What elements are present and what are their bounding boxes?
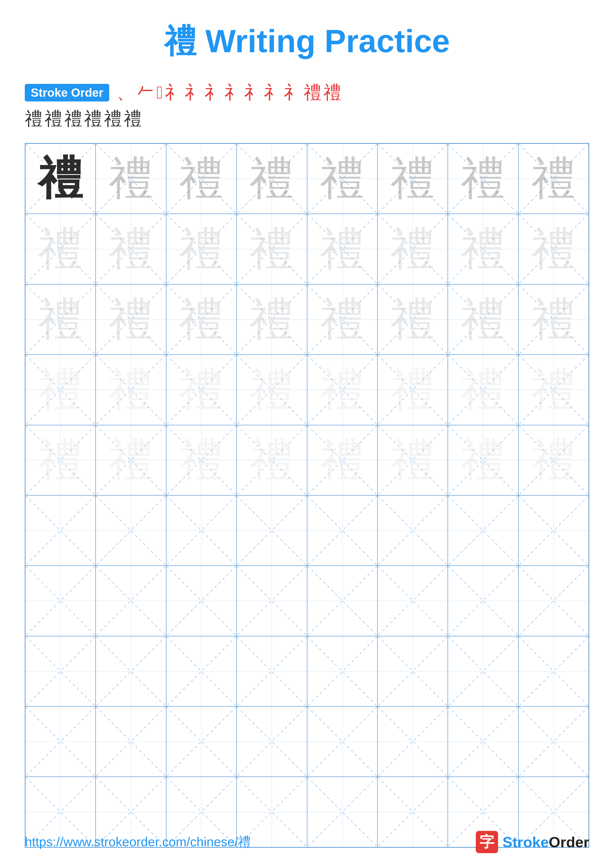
practice-char-lightest: 禮	[38, 430, 83, 490]
svg-line-96	[25, 566, 95, 636]
grid-cell-6-5	[307, 495, 378, 566]
svg-line-103	[237, 566, 307, 636]
page-title: 禮 Writing Practice	[164, 23, 450, 59]
grid-cell-8-1	[25, 636, 96, 707]
cell-diag-icon	[448, 636, 518, 706]
practice-grid: 禮 禮 禮 禮 禮 禮 禮	[25, 143, 589, 848]
svg-line-138	[378, 707, 448, 777]
practice-char-lightest: 禮	[249, 360, 294, 420]
grid-cell-9-1	[25, 707, 96, 777]
practice-char-lightest: 禮	[390, 430, 435, 490]
grid-cell-4-3: 禮	[166, 355, 236, 425]
practice-char-lightest: 禮	[109, 360, 153, 420]
practice-char-lighter: 禮	[461, 219, 505, 279]
svg-line-90	[378, 496, 448, 566]
svg-line-105	[307, 566, 377, 636]
grid-cell-7-1	[25, 566, 96, 636]
grid-cell-4-2: 禮	[96, 355, 166, 425]
cell-diag-icon	[448, 707, 518, 777]
svg-line-129	[25, 707, 95, 777]
cell-diag-icon	[237, 636, 307, 706]
cell-diag-icon	[378, 496, 448, 566]
grid-cell-5-5: 禮	[307, 425, 378, 495]
grid-cell-9-5	[307, 707, 378, 777]
grid-cell-3-7: 禮	[448, 284, 518, 355]
svg-line-102	[237, 566, 307, 636]
svg-line-131	[96, 707, 166, 777]
grid-cell-3-6: 禮	[378, 284, 448, 355]
cell-diag-icon	[96, 496, 166, 566]
cell-diag-icon	[25, 707, 95, 777]
grid-cell-7-5	[307, 566, 378, 636]
practice-char-light: 禮	[249, 149, 294, 209]
grid-cell-9-7	[448, 707, 518, 777]
grid-row-6	[25, 495, 589, 566]
grid-cell-8-5	[307, 636, 378, 707]
cell-diag-icon	[166, 707, 236, 777]
grid-cell-7-6	[378, 566, 448, 636]
grid-cell-2-3: 禮	[166, 214, 236, 284]
svg-line-114	[96, 636, 166, 706]
practice-char-lighter: 禮	[461, 290, 505, 349]
cell-diag-icon	[448, 566, 518, 636]
cell-diag-icon	[237, 566, 307, 636]
grid-cell-7-7	[448, 566, 518, 636]
grid-row-7	[25, 566, 589, 636]
svg-line-93	[448, 496, 518, 566]
practice-char-lightest: 禮	[390, 360, 435, 420]
svg-line-104	[307, 566, 377, 636]
grid-cell-1-7: 禮	[448, 144, 518, 214]
stroke-s14: 禮	[45, 107, 62, 131]
grid-cell-1-8: 禮	[518, 144, 589, 214]
stroke-s16: 禮	[84, 107, 102, 131]
practice-char-lighter: 禮	[179, 219, 224, 279]
cell-diag-icon	[448, 496, 518, 566]
cell-diag-icon	[25, 636, 95, 706]
grid-cell-9-6	[378, 707, 448, 777]
practice-char-lighter: 禮	[390, 290, 435, 349]
grid-cell-6-6	[378, 495, 448, 566]
grid-cell-8-7	[448, 636, 518, 707]
svg-line-113	[25, 636, 95, 706]
svg-line-126	[519, 636, 589, 706]
svg-line-107	[378, 566, 448, 636]
cell-diag-icon	[307, 707, 377, 777]
svg-line-124	[448, 636, 518, 706]
grid-cell-2-7: 禮	[448, 214, 518, 284]
title-section: 禮 Writing Practice	[0, 0, 614, 73]
grid-cell-8-2	[96, 636, 166, 707]
grid-cell-9-2	[96, 707, 166, 777]
cell-diag-icon	[378, 707, 448, 777]
grid-cell-2-6: 禮	[378, 214, 448, 284]
grid-cell-5-4: 禮	[236, 425, 307, 495]
svg-line-120	[307, 636, 377, 706]
grid-cell-5-3: 禮	[166, 425, 236, 495]
practice-char-lightest: 禮	[461, 360, 505, 420]
svg-line-101	[166, 566, 236, 636]
grid-cell-4-8: 禮	[518, 355, 589, 425]
practice-char-lightest: 禮	[38, 360, 83, 420]
grid-cell-7-4	[236, 566, 307, 636]
grid-cell-2-8: 禮	[518, 214, 589, 284]
grid-cell-7-8	[518, 566, 589, 636]
cell-diag-icon	[237, 707, 307, 777]
svg-line-132	[166, 707, 236, 777]
cell-diag-icon	[96, 566, 166, 636]
grid-cell-1-6: 禮	[378, 144, 448, 214]
cell-diag-icon	[378, 636, 448, 706]
stroke-s10: 礻	[284, 81, 302, 104]
practice-char-light: 禮	[531, 149, 576, 209]
grid-cell-8-8	[518, 636, 589, 707]
grid-cell-5-2: 禮	[96, 425, 166, 495]
practice-char-lightest: 禮	[109, 430, 153, 490]
svg-line-135	[237, 707, 307, 777]
grid-cell-6-8	[518, 495, 589, 566]
stroke-s9: 礻	[264, 81, 282, 104]
svg-line-83	[96, 496, 166, 566]
practice-char-lighter: 禮	[249, 290, 294, 349]
practice-char-light: 禮	[461, 149, 505, 209]
grid-cell-8-4	[236, 636, 307, 707]
svg-line-117	[166, 636, 236, 706]
svg-line-84	[166, 496, 236, 566]
svg-line-85	[166, 496, 236, 566]
